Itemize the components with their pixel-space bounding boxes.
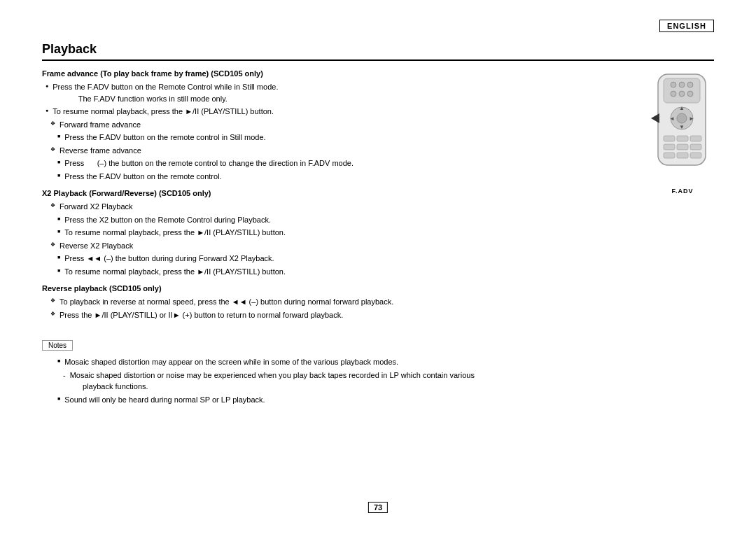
section-heading-reverse: Reverse playback (SCD105 only) [42, 284, 637, 293]
english-badge: ENGLISH [659, 20, 714, 32]
page-number: 73 [368, 502, 388, 513]
list-item: Press the ►/II (PLAY/STILL) or II► (+) b… [42, 309, 637, 321]
svg-rect-16 [690, 136, 701, 141]
list-item: Forward frame advance [42, 119, 637, 131]
svg-rect-18 [677, 144, 688, 150]
list-item: Press (–) the button on the remote contr… [42, 157, 637, 169]
svg-marker-23 [651, 113, 659, 123]
svg-point-7 [687, 91, 693, 97]
list-item: To playback in reverse at normal speed, … [42, 296, 637, 308]
list-item: Press the F.ADV button on the remote con… [42, 132, 637, 143]
list-item: To resume normal playback, press the ►/I… [42, 266, 637, 278]
section-x2-playback: X2 Playback (Forward/Reverse) (SCD105 on… [42, 189, 637, 277]
remote-container: ▲ ▼ ◄ ► F.ADV [651, 73, 714, 407]
list-item: Sound will only be heard during normal S… [42, 394, 637, 406]
list-item: Mosaic shaped distortion may appear on t… [42, 356, 637, 368]
svg-rect-19 [690, 144, 701, 150]
svg-point-3 [679, 82, 685, 87]
svg-point-9 [677, 113, 687, 123]
svg-rect-17 [664, 144, 675, 150]
svg-text:►: ► [689, 115, 694, 122]
svg-text:◄: ◄ [669, 115, 675, 122]
section-reverse-playback: Reverse playback (SCD105 only) To playba… [42, 284, 637, 321]
svg-point-4 [687, 82, 693, 87]
svg-rect-21 [677, 153, 688, 158]
svg-point-5 [671, 91, 676, 97]
list-item: Press the F.ADV button on the remote con… [42, 171, 637, 183]
content-area: Frame advance (To play back frame by fra… [42, 69, 714, 407]
section-frame-advance: Frame advance (To play back frame by fra… [42, 69, 637, 182]
list-item: Press the X2 button on the Remote Contro… [42, 214, 637, 226]
notes-label: Notes [42, 340, 73, 351]
svg-text:▼: ▼ [679, 124, 685, 130]
remote-control-image: ▲ ▼ ◄ ► [651, 73, 714, 185]
svg-rect-15 [677, 136, 688, 141]
list-item: Reverse X2 Playback [42, 240, 637, 252]
list-item: To resume normal playback, press the ►/I… [42, 106, 637, 118]
page: ENGLISH Playback Frame advance (To play … [0, 0, 756, 534]
section-heading-x2: X2 Playback (Forward/Reverse) (SCD105 on… [42, 189, 637, 197]
svg-text:▲: ▲ [679, 105, 685, 111]
list-item: Press the F.ADV button on the Remote Con… [42, 81, 637, 104]
page-title: Playback [42, 42, 714, 61]
list-item: Mosaic shaped distortion or noise may be… [42, 370, 637, 393]
section-heading-frame-advance: Frame advance (To play back frame by fra… [42, 69, 637, 78]
list-item: Forward X2 Playback [42, 201, 637, 213]
list-item: Press ◄◄ (–) the button during during Fo… [42, 253, 637, 265]
svg-rect-20 [664, 153, 675, 158]
svg-point-6 [679, 91, 685, 97]
svg-point-2 [671, 82, 676, 87]
fadv-label: F.ADV [671, 188, 693, 195]
svg-rect-22 [690, 153, 701, 158]
list-item: To resume normal playback, press the ►/I… [42, 227, 637, 239]
text-content: Frame advance (To play back frame by fra… [42, 69, 637, 407]
svg-rect-14 [664, 136, 675, 141]
notes-section: Notes Mosaic shaped distortion may appea… [42, 330, 637, 405]
list-item: Reverse frame advance [42, 145, 637, 157]
